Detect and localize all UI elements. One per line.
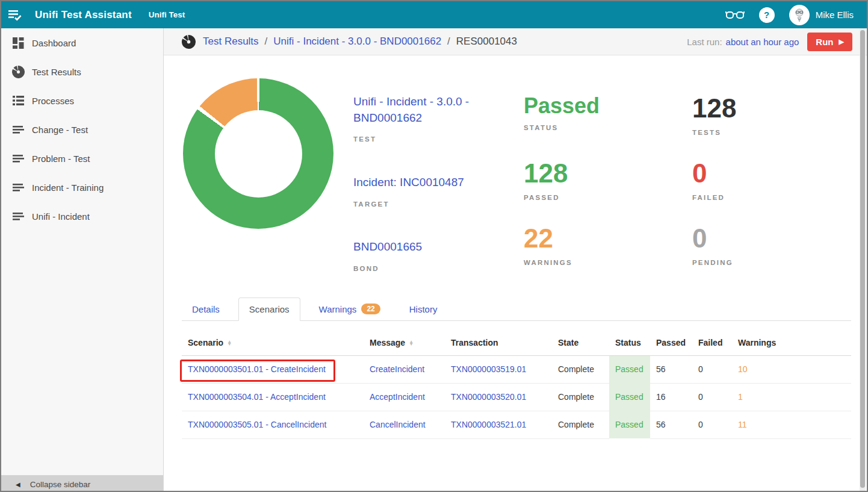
failed-cell: 0 [692,355,732,383]
menu-check-icon[interactable] [1,1,29,28]
vertical-scrollbar[interactable] [860,28,866,492]
scenario-link[interactable]: TXN0000003504.01 - AcceptIncident [182,383,364,411]
stat-status: Passed STATUS [524,94,600,131]
bond-info: BND0001665 BOND [353,239,495,272]
lines-icon [11,155,25,163]
column-header-state: State [552,334,609,355]
avatar [789,5,810,25]
breadcrumb-link-test-results[interactable]: Test Results [203,36,259,48]
glasses-icon[interactable] [725,9,745,21]
breadcrumb-link-test[interactable]: Unifi - Incident - 3.0.0 - BND0001662 [273,36,441,48]
stat-passed: 128 PASSED [524,159,568,201]
sidebar-item-dashboard[interactable]: Dashboard [1,28,163,57]
sidebar-item-change-test[interactable]: Change - Test [1,115,163,144]
stat-status-value: Passed [524,94,600,118]
failed-cell: 0 [692,383,732,411]
play-icon: ▶ [839,38,844,46]
stat-tests: 128 TESTS [692,94,736,136]
warnings-cell: 10 [732,355,851,383]
breadcrumb-separator: / [265,36,268,48]
table-header-row: Scenario▲▼ Message▲▼ Transaction State S… [182,334,851,355]
tab-warnings[interactable]: Warnings 22 [309,297,391,320]
app-title: Unifi Test Assistant [35,9,132,21]
bond-link[interactable]: BND0001665 [353,239,495,255]
sidebar-item-label: Problem - Test [32,154,90,164]
sidebar-item-label: Test Results [32,67,81,77]
sidebar-item-unifi-incident[interactable]: Unifi - Incident [1,202,163,231]
user-name: Mike Ellis [816,10,854,20]
transaction-link[interactable]: TXN0000003520.01 [445,383,552,411]
tab-details[interactable]: Details [182,298,230,320]
column-header-status: Status [609,334,650,355]
sidebar-item-label: Unifi - Incident [32,211,90,222]
target-link[interactable]: Incident: INC0010487 [353,175,495,191]
warnings-cell: 11 [732,411,851,438]
message-link[interactable]: CreateIncident [364,355,445,383]
warnings-cell: 1 [732,383,851,411]
transaction-link[interactable]: TXN0000003519.01 [445,355,552,383]
column-header-scenario[interactable]: Scenario▲▼ [182,334,364,355]
tab-scenarios-label: Scenarios [249,304,290,314]
column-header-transaction: Transaction [445,334,552,355]
collapse-sidebar-label: Collapse sidebar [30,480,91,489]
column-header-failed: Failed [692,334,732,355]
column-header-label: Status [615,338,641,347]
sidebar-item-problem-test[interactable]: Problem - Test [1,144,163,173]
table-row: TXN0000003505.01 - CancelIncident Cancel… [182,411,851,438]
donut-chart-icon [182,35,196,49]
message-link[interactable]: CancelIncident [364,411,445,438]
workspace-name: Unifi Test [149,10,185,19]
stat-warnings: 22 WARNINGS [524,224,572,266]
status-cell: Passed [609,411,650,438]
user-menu[interactable]: Mike Ellis [789,5,854,25]
help-icon[interactable]: ? [759,7,775,23]
column-header-message[interactable]: Message▲▼ [364,334,445,355]
list-icon [11,96,25,105]
scenario-link[interactable]: TXN0000003505.01 - CancelIncident [182,411,364,438]
scenario-link[interactable]: TXN0000003501.01 - CreateIncident [182,355,364,383]
sidebar-item-label: Incident - Training [32,182,104,193]
tab-warnings-label: Warnings [319,304,357,314]
test-link[interactable]: Unifi - Incident - 3.0.0 - BND0001662 [353,94,495,126]
passed-cell: 56 [650,411,692,438]
app-window: Unifi Test Assistant Unifi Test ? [0,0,868,492]
breadcrumb-bar: Test Results / Unifi - Incident - 3.0.0 … [164,28,868,55]
stat-pending: 0 PENDING [692,224,733,266]
stat-pending-label: PENDING [692,259,733,266]
test-label: TEST [353,135,495,143]
sidebar-item-processes[interactable]: Processes [1,86,163,115]
tab-scenarios[interactable]: Scenarios [238,297,300,321]
state-cell: Complete [552,355,609,383]
tab-details-label: Details [192,304,220,314]
column-header-label: Failed [698,338,722,347]
table-row: TXN0000003504.01 - AcceptIncident Accept… [182,383,851,411]
transaction-link[interactable]: TXN0000003521.01 [445,411,552,438]
topbar-actions: ? Mike Ellis [725,5,867,25]
last-run-label: Last run: [687,37,722,47]
message-link[interactable]: AcceptIncident [364,383,445,411]
warnings-count-badge: 22 [361,304,380,314]
sidebar-item-test-results[interactable]: Test Results [1,57,163,86]
stat-tests-value: 128 [692,94,736,123]
run-button[interactable]: Run ▶ [807,33,852,51]
collapse-sidebar-button[interactable]: ◀ Collapse sidebar [1,475,163,492]
breadcrumb-current: RES0001043 [456,36,517,48]
scrollbar-thumb[interactable] [860,30,865,488]
passed-cell: 16 [650,383,692,411]
results-donut-chart [183,78,333,229]
stat-warnings-label: WARNINGS [524,259,572,266]
stat-status-label: STATUS [524,124,600,131]
breadcrumb: Test Results / Unifi - Incident - 3.0.0 … [182,35,517,49]
column-header-label: Warnings [738,338,776,347]
bond-label: BOND [353,265,495,272]
stat-passed-label: PASSED [524,194,568,201]
column-header-label: State [558,338,578,347]
tab-history[interactable]: History [399,298,448,320]
last-run-link[interactable]: about an hour ago [726,37,799,47]
sidebar-item-label: Change - Test [32,125,88,135]
sidebar-item-incident-training[interactable]: Incident - Training [1,173,163,202]
column-header-label: Transaction [451,338,498,347]
run-button-label: Run [816,37,833,47]
stat-pending-value: 0 [692,224,733,253]
sort-icon: ▲▼ [227,341,232,346]
